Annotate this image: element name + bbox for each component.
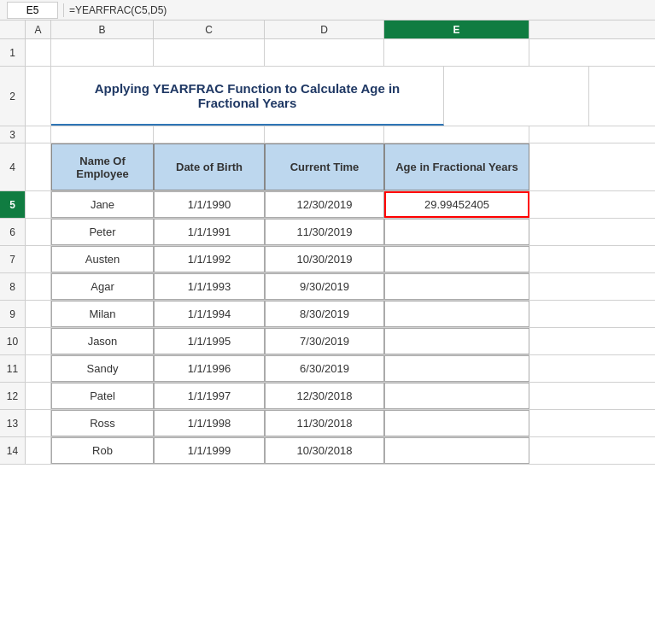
- cell-e3[interactable]: [384, 126, 529, 143]
- corner-cell: [0, 20, 26, 38]
- cell-current-8[interactable]: 9/30/2019: [265, 273, 384, 300]
- cell-name-10[interactable]: Jason: [51, 328, 154, 354]
- cell-e2[interactable]: [444, 67, 589, 126]
- cell-dob-7[interactable]: 1/1/1992: [154, 246, 265, 272]
- row-6: 6Peter1/1/199111/30/2019: [0, 219, 655, 246]
- cell-dob-12[interactable]: 1/1/1997: [154, 383, 265, 409]
- row-10: 10Jason1/1/19957/30/2019: [0, 328, 655, 355]
- cell-dob-9[interactable]: 1/1/1994: [154, 301, 265, 327]
- row-num-12: 12: [0, 383, 26, 409]
- cell-dob-13[interactable]: 1/1/1998: [154, 410, 265, 436]
- cell-a1[interactable]: [26, 39, 51, 66]
- cell-b3[interactable]: [51, 126, 154, 143]
- cell-age-11[interactable]: [384, 355, 529, 382]
- cell-name-5[interactable]: Jane: [51, 191, 154, 218]
- cell-a13[interactable]: [26, 410, 51, 436]
- cell-current-13[interactable]: 11/30/2018: [265, 410, 384, 436]
- cell-a14[interactable]: [26, 437, 51, 464]
- row-12: 12Patel1/1/199712/30/2018: [0, 383, 655, 410]
- cell-a8[interactable]: [26, 273, 51, 300]
- cell-current-7[interactable]: 10/30/2019: [265, 246, 384, 272]
- spreadsheet: E5 =YEARFRAC(C5,D5) A B C D E 1 2 Applyi…: [0, 0, 655, 644]
- col-header-a[interactable]: A: [26, 20, 51, 38]
- cell-dob-10[interactable]: 1/1/1995: [154, 328, 265, 354]
- cell-age-6[interactable]: [384, 219, 529, 245]
- row-8: 8Agar1/1/19939/30/2019: [0, 273, 655, 301]
- cell-a3[interactable]: [26, 126, 51, 143]
- cell-b1[interactable]: [51, 39, 154, 66]
- cell-age-14[interactable]: [384, 437, 529, 464]
- row-num-3: 3: [0, 126, 26, 143]
- cell-name-13[interactable]: Ross: [51, 410, 154, 436]
- cell-age-10[interactable]: [384, 328, 529, 354]
- cell-name-11[interactable]: Sandy: [51, 355, 154, 382]
- cell-d1[interactable]: [265, 39, 384, 66]
- cell-a5[interactable]: [26, 191, 51, 218]
- row-9: 9Milan1/1/19948/30/2019: [0, 301, 655, 328]
- row-3: 3: [0, 126, 655, 143]
- cell-a9[interactable]: [26, 301, 51, 327]
- row-num-2: 2: [0, 67, 26, 126]
- cell-a2[interactable]: [26, 67, 51, 126]
- col-header-c[interactable]: C: [154, 20, 265, 38]
- data-rows: 5Jane1/1/199012/30/201929.994524056Peter…: [0, 191, 655, 465]
- cell-dob-6[interactable]: 1/1/1991: [154, 219, 265, 245]
- cell-current-10[interactable]: 7/30/2019: [265, 328, 384, 354]
- cell-age-5[interactable]: 29.99452405: [384, 191, 529, 218]
- row-num-8: 8: [0, 273, 26, 300]
- col-header-d[interactable]: D: [265, 20, 384, 38]
- title-cell: Applying YEARFRAC Function to Calculate …: [51, 67, 444, 126]
- cell-a12[interactable]: [26, 383, 51, 409]
- cell-d3[interactable]: [265, 126, 384, 143]
- formula-content: =YEARFRAC(C5,D5): [69, 4, 648, 16]
- cell-age-12[interactable]: [384, 383, 529, 409]
- cell-e4-header[interactable]: Age in Fractional Years: [384, 143, 529, 190]
- cell-current-11[interactable]: 6/30/2019: [265, 355, 384, 382]
- cell-e1[interactable]: [384, 39, 529, 66]
- cell-name-8[interactable]: Agar: [51, 273, 154, 300]
- cell-current-5[interactable]: 12/30/2019: [265, 191, 384, 218]
- cell-name-7[interactable]: Austen: [51, 246, 154, 272]
- row-num-11: 11: [0, 355, 26, 382]
- cell-name-12[interactable]: Patel: [51, 383, 154, 409]
- cell-age-9[interactable]: [384, 301, 529, 327]
- row-num-6: 6: [0, 219, 26, 245]
- formula-bar: E5 =YEARFRAC(C5,D5): [0, 0, 655, 20]
- title-text: Applying YEARFRAC Function to Calculate …: [95, 81, 401, 110]
- cell-age-7[interactable]: [384, 246, 529, 272]
- cell-age-13[interactable]: [384, 410, 529, 436]
- cell-a6[interactable]: [26, 219, 51, 245]
- cell-current-12[interactable]: 12/30/2018: [265, 383, 384, 409]
- cell-dob-5[interactable]: 1/1/1990: [154, 191, 265, 218]
- row-num-13: 13: [0, 410, 26, 436]
- cell-dob-11[interactable]: 1/1/1996: [154, 355, 265, 382]
- cell-dob-8[interactable]: 1/1/1993: [154, 273, 265, 300]
- row-num-7: 7: [0, 246, 26, 272]
- cell-a4[interactable]: [26, 143, 51, 190]
- name-box[interactable]: E5: [7, 2, 58, 19]
- cell-a7[interactable]: [26, 246, 51, 272]
- cell-c1[interactable]: [154, 39, 265, 66]
- cell-current-9[interactable]: 8/30/2019: [265, 301, 384, 327]
- cell-current-6[interactable]: 11/30/2019: [265, 219, 384, 245]
- cell-name-6[interactable]: Peter: [51, 219, 154, 245]
- cell-name-9[interactable]: Milan: [51, 301, 154, 327]
- cell-d4-header[interactable]: Current Time: [265, 143, 384, 190]
- cell-c4-header[interactable]: Date of Birth: [154, 143, 265, 190]
- cell-a10[interactable]: [26, 328, 51, 354]
- row-11: 11Sandy1/1/19966/30/2019: [0, 355, 655, 383]
- col-header-b[interactable]: B: [51, 20, 154, 38]
- row-14: 14Rob1/1/199910/30/2018: [0, 437, 655, 465]
- cell-c3[interactable]: [154, 126, 265, 143]
- cell-age-8[interactable]: [384, 273, 529, 300]
- row-5: 5Jane1/1/199012/30/201929.99452405: [0, 191, 655, 219]
- cell-dob-14[interactable]: 1/1/1999: [154, 437, 265, 464]
- cell-name-14[interactable]: Rob: [51, 437, 154, 464]
- cell-b4-header[interactable]: Name Of Employee: [51, 143, 154, 190]
- row-num-10: 10: [0, 328, 26, 354]
- cell-current-14[interactable]: 10/30/2018: [265, 437, 384, 464]
- cell-a11[interactable]: [26, 355, 51, 382]
- row-num-5: 5: [0, 191, 26, 218]
- row-num-14: 14: [0, 437, 26, 464]
- col-header-e[interactable]: E: [384, 20, 529, 38]
